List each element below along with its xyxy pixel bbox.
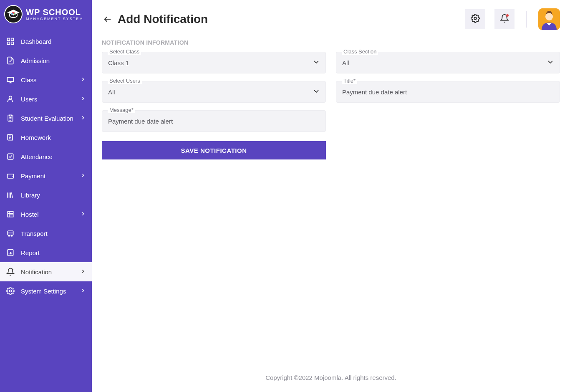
- transport-icon: [6, 229, 15, 238]
- message-input-wrapper: [102, 110, 326, 132]
- svg-point-9: [9, 96, 12, 99]
- svg-rect-4: [8, 38, 10, 41]
- chevron-right-icon: [80, 115, 86, 122]
- sidebar-item-payment[interactable]: Payment: [0, 166, 92, 185]
- field-select-users: Select Users All: [102, 81, 326, 103]
- sidebar-item-label: Class: [21, 76, 74, 83]
- notification-icon: [6, 267, 15, 276]
- form-grid: Select Class Class 1 Class Section All: [102, 52, 560, 132]
- sidebar-item-label: Admission: [21, 57, 86, 64]
- footer: Copyright ©2022 Mojoomla. All rights res…: [92, 363, 570, 392]
- chevron-down-icon: [546, 58, 555, 68]
- save-notification-button[interactable]: SAVE NOTIFICATION: [102, 141, 326, 159]
- svg-rect-8: [8, 77, 14, 81]
- sidebar-item-label: Student Evaluation: [21, 115, 74, 122]
- field-label: Message*: [108, 107, 135, 113]
- sidebar-item-library[interactable]: Library: [0, 185, 92, 205]
- attendance-icon: [6, 152, 15, 161]
- settings-icon: [6, 286, 15, 296]
- admission-icon: [6, 56, 15, 65]
- chevron-right-icon: [80, 211, 86, 218]
- brand-title: WP SCHOOL: [26, 8, 83, 16]
- report-icon: [6, 248, 15, 257]
- main: Add Notification: [92, 0, 570, 392]
- users-icon: [6, 94, 15, 104]
- svg-rect-5: [11, 38, 14, 41]
- sidebar-item-label: Transport: [21, 230, 86, 237]
- evaluation-icon: [6, 114, 15, 123]
- sidebar-item-homework[interactable]: Homework: [0, 128, 92, 147]
- sidebar-item-admission[interactable]: Admission: [0, 51, 92, 70]
- back-button[interactable]: [102, 13, 113, 25]
- svg-point-18: [10, 290, 12, 292]
- sidebar-item-label: System Settings: [21, 288, 74, 295]
- svg-point-15: [11, 235, 13, 237]
- class-icon: [6, 75, 15, 84]
- page-title: Add Notification: [118, 13, 208, 26]
- content: NOTIFICATION INFORMATION Select Class Cl…: [92, 32, 570, 363]
- sidebar: WP SCHOOL MANAGEMENT SYSTEM Dashboard Ad…: [0, 0, 92, 392]
- field-title: Title*: [336, 81, 560, 103]
- sidebar-item-transport[interactable]: Transport: [0, 224, 92, 243]
- chevron-right-icon: [80, 96, 86, 103]
- sidebar-nav: Dashboard Admission Class: [0, 28, 92, 392]
- sidebar-item-label: Attendance: [21, 153, 86, 160]
- chevron-right-icon: [80, 288, 86, 295]
- sidebar-item-system-settings[interactable]: System Settings: [0, 281, 92, 301]
- library-icon: [6, 190, 15, 200]
- sidebar-item-label: Report: [21, 249, 86, 256]
- svg-point-20: [474, 17, 477, 20]
- svg-point-3: [14, 13, 15, 15]
- select-users-dropdown[interactable]: All: [102, 81, 326, 103]
- chevron-right-icon: [80, 76, 86, 83]
- chevron-down-icon: [312, 87, 320, 97]
- hostel-icon: [6, 210, 15, 219]
- select-class-dropdown[interactable]: Class 1: [102, 52, 326, 73]
- sidebar-item-label: Payment: [21, 172, 74, 180]
- notification-dot: [506, 14, 509, 17]
- chevron-right-icon: [80, 268, 86, 276]
- sidebar-item-hostel[interactable]: Hostel: [0, 205, 92, 224]
- brand-subtitle: MANAGEMENT SYSTEM: [26, 17, 83, 21]
- field-label: Title*: [342, 78, 357, 84]
- sidebar-item-notification[interactable]: Notification: [0, 262, 92, 281]
- svg-rect-11: [8, 154, 13, 159]
- svg-point-2: [11, 13, 13, 15]
- sidebar-item-attendance[interactable]: Attendance: [0, 147, 92, 166]
- field-select-class: Select Class Class 1: [102, 52, 326, 73]
- sidebar-item-label: Library: [21, 192, 86, 199]
- svg-rect-7: [11, 42, 14, 45]
- select-users-value: All: [108, 89, 320, 96]
- user-avatar[interactable]: [538, 8, 560, 30]
- payment-icon: [6, 171, 15, 180]
- class-section-value: All: [342, 59, 554, 66]
- title-input[interactable]: [342, 89, 554, 96]
- svg-rect-12: [8, 211, 13, 217]
- brand-logo-icon: [4, 5, 23, 23]
- field-label: Class Section: [342, 48, 378, 55]
- sidebar-item-users[interactable]: Users: [0, 89, 92, 109]
- svg-point-14: [8, 235, 10, 237]
- sidebar-item-report[interactable]: Report: [0, 243, 92, 262]
- dashboard-icon: [6, 37, 15, 46]
- field-label: Select Class: [108, 48, 141, 55]
- gear-icon: [471, 14, 480, 25]
- sidebar-item-dashboard[interactable]: Dashboard: [0, 32, 92, 51]
- sidebar-item-student-evaluation[interactable]: Student Evaluation: [0, 109, 92, 128]
- header-divider: [526, 11, 527, 28]
- header-settings-button[interactable]: [465, 9, 485, 29]
- message-input[interactable]: [108, 118, 320, 125]
- chevron-right-icon: [80, 172, 86, 180]
- footer-text: Copyright ©2022 Mojoomla. All rights res…: [265, 374, 396, 381]
- sidebar-item-label: Hostel: [21, 211, 74, 218]
- sidebar-item-label: Notification: [21, 268, 74, 276]
- field-label: Select Users: [108, 78, 142, 84]
- brand-logo: WP SCHOOL MANAGEMENT SYSTEM: [0, 0, 92, 28]
- sidebar-item-label: Dashboard: [21, 38, 86, 45]
- chevron-down-icon: [312, 58, 320, 68]
- svg-point-22: [545, 13, 553, 20]
- header: Add Notification: [92, 0, 570, 32]
- class-section-dropdown[interactable]: All: [336, 52, 560, 73]
- sidebar-item-class[interactable]: Class: [0, 70, 92, 89]
- header-notifications-button[interactable]: [494, 9, 515, 29]
